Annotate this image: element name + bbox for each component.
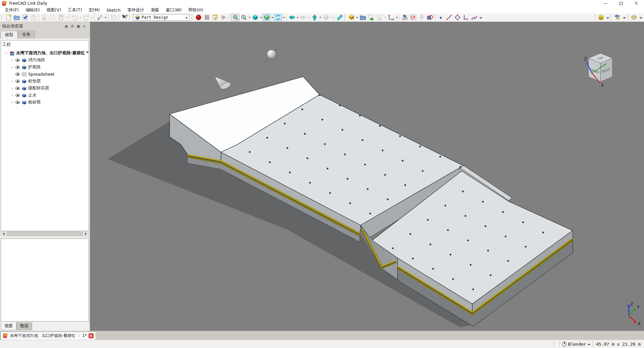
menu-macro[interactable]: 宏(M) (85, 7, 103, 14)
macro-stop-button[interactable] (203, 14, 211, 21)
tab-model[interactable]: 模型 (1, 31, 18, 39)
expander-icon[interactable]: › (10, 86, 14, 91)
part-utility-button[interactable] (613, 14, 622, 21)
menu-help[interactable]: 帮助(H) (185, 7, 207, 14)
menu-edit[interactable]: 编辑(E) (22, 7, 43, 14)
toolbar-overflow[interactable]: » (605, 15, 610, 20)
fit-all-button[interactable] (231, 14, 239, 21)
tree-item[interactable]: › 砼垫层 (1, 78, 89, 85)
document-tab[interactable]: 水闸下游消力池、出口护底段-蔡碧红 ： 1* × (1, 332, 96, 340)
workbench-selector[interactable]: Part Design (133, 14, 190, 21)
macro-record-button[interactable] (194, 14, 203, 21)
isometric-view-button[interactable] (251, 14, 259, 21)
panel-watch-icon[interactable]: ◉ (63, 24, 69, 28)
panel-settings-icon[interactable]: ⚙ (69, 24, 75, 28)
toolbar-grip[interactable] (192, 14, 193, 20)
navigation-cube[interactable]: TOP FRONT RIGHT Z X (584, 53, 612, 87)
redo-dropdown[interactable] (90, 14, 93, 21)
tab-data[interactable]: 数据 (16, 322, 32, 330)
make-link-button[interactable] (367, 14, 375, 21)
save-button[interactable] (21, 14, 29, 21)
menu-measure[interactable]: 测量 (147, 7, 162, 14)
tree-item[interactable]: › 止水 (1, 92, 89, 99)
tree-item-document[interactable]: › 水闸下游消力池、出口护底段-蔡碧红 * (1, 50, 89, 57)
nav-style-caret-icon[interactable] (588, 344, 590, 347)
toolbar-overflow[interactable]: » (639, 15, 643, 20)
std-views-dropdown[interactable] (330, 14, 333, 21)
edit-placement-button[interactable] (96, 14, 104, 21)
measure-button[interactable] (335, 14, 344, 21)
expander-icon[interactable]: › (10, 79, 14, 84)
tab-view[interactable]: 视图 (1, 322, 16, 330)
visibility-eye-icon[interactable] (15, 80, 20, 83)
3d-viewport[interactable]: TOP FRONT RIGHT Z X Z Y X (90, 22, 644, 331)
sync-view-dropdown[interactable] (282, 14, 285, 21)
3d-scene[interactable]: TOP FRONT RIGHT Z X Z Y X (90, 22, 644, 331)
refresh-button[interactable] (109, 14, 118, 21)
scroll-left-button[interactable] (1, 231, 6, 236)
nav-back-dropdown[interactable] (296, 14, 299, 21)
scrollbar-thumb[interactable] (7, 232, 83, 236)
expander-icon[interactable]: › (10, 100, 14, 105)
datum-dropdown[interactable] (395, 14, 398, 21)
menu-file[interactable]: 文件(F) (1, 7, 22, 14)
sketch-point-button[interactable] (436, 14, 445, 21)
tree-horizontal-scrollbar[interactable] (1, 231, 89, 236)
macro-play-button[interactable] (219, 14, 228, 21)
layers-button[interactable] (597, 14, 605, 21)
undo-button[interactable] (70, 14, 79, 21)
menu-partdesign[interactable]: 零件设计 (124, 7, 147, 14)
nav-style-value[interactable]: Blender (568, 342, 586, 347)
paste-button[interactable] (57, 14, 65, 21)
create-body-dropdown[interactable] (356, 14, 359, 21)
menu-window[interactable]: 窗口(W) (162, 7, 185, 14)
tree-item[interactable]: › 级配碎石层 (1, 85, 89, 92)
redo-button[interactable] (82, 14, 90, 21)
zoom-dropdown[interactable] (248, 14, 251, 21)
document-tab-close-button[interactable]: × (89, 333, 94, 338)
visibility-eye-icon[interactable] (15, 66, 20, 69)
tree-item-spreadsheet[interactable]: Spreadsheet (1, 71, 89, 78)
new-document-button[interactable] (4, 14, 12, 21)
tree-item[interactable]: › 护底段 (1, 64, 89, 71)
close-button[interactable] (629, 0, 644, 7)
whatsthis-button[interactable]: ? (120, 14, 128, 21)
export-button[interactable] (29, 14, 38, 21)
expander-icon[interactable]: › (4, 51, 9, 56)
open-button[interactable] (12, 14, 21, 21)
panel-close-icon[interactable]: × (82, 24, 87, 28)
minimize-button[interactable] (598, 0, 613, 7)
sync-view-button[interactable] (274, 14, 282, 21)
pad-button[interactable] (400, 14, 409, 21)
visibility-eye-icon[interactable] (15, 59, 20, 62)
group-button[interactable] (359, 14, 367, 21)
nav-up-dropdown[interactable] (319, 14, 322, 21)
expander-icon[interactable]: › (10, 58, 14, 63)
tree-item[interactable]: › 消力池段 (1, 57, 89, 64)
toolbar-grip[interactable] (628, 14, 629, 20)
draw-style-dropdown[interactable] (271, 14, 274, 21)
nav-forward-button[interactable] (299, 14, 307, 21)
sketch-axes-button[interactable] (462, 14, 470, 21)
std-views-button[interactable] (322, 14, 330, 21)
toolbar-overflow[interactable]: » (478, 15, 483, 20)
cone-dragger-widget[interactable] (215, 77, 231, 90)
menu-view[interactable]: 视图(V) (43, 7, 64, 14)
make-link-group-button[interactable] (375, 14, 384, 21)
visibility-eye-icon[interactable] (15, 101, 20, 104)
create-sketch-button[interactable] (409, 14, 417, 21)
expander-icon[interactable]: › (10, 65, 14, 70)
create-datum-button[interactable] (387, 14, 395, 21)
cut-button[interactable] (40, 14, 48, 21)
sphere-dragger-widget[interactable] (265, 46, 279, 62)
toolbar-grip[interactable] (594, 14, 596, 20)
create-body-button[interactable] (347, 14, 356, 21)
nav-up-button[interactable] (310, 14, 319, 21)
paste-dropdown[interactable] (65, 14, 68, 21)
toolbar-grip[interactable] (611, 14, 612, 20)
toolbar-overflow[interactable]: » (622, 15, 627, 20)
visibility-eye-icon[interactable] (15, 94, 20, 97)
sketch-line-button[interactable] (445, 14, 453, 21)
visibility-eye-icon[interactable] (15, 73, 20, 76)
link-group-dropdown[interactable] (384, 14, 387, 21)
